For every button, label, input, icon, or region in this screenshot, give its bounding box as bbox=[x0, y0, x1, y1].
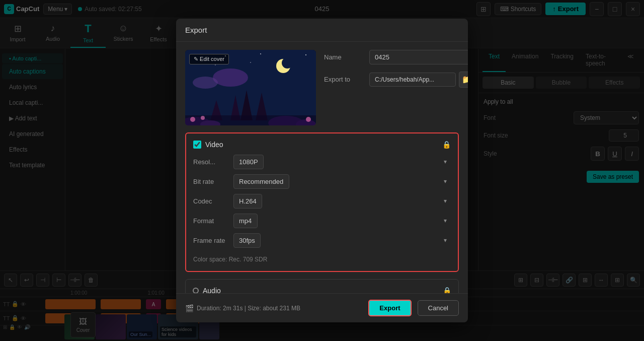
svg-point-11 bbox=[213, 69, 248, 87]
framerate-select-wrap: 30fps 24fps 25fps 60fps bbox=[233, 233, 451, 248]
svg-point-3 bbox=[260, 53, 261, 54]
svg-rect-21 bbox=[185, 115, 316, 125]
bitrate-select-wrap: Recommended Low Medium High bbox=[233, 174, 451, 189]
format-select-wrap: mp4 mov avi bbox=[233, 214, 451, 228]
modal-overlay: Export bbox=[0, 0, 644, 341]
video-section-header: Video 🔒 bbox=[193, 141, 451, 149]
modal-title: Export bbox=[176, 19, 468, 42]
footer-duration-text: Duration: 2m 31s | Size: about 231 MB bbox=[197, 305, 300, 312]
name-label: Name bbox=[324, 53, 369, 61]
framerate-select[interactable]: 30fps 24fps 25fps 60fps bbox=[233, 233, 261, 248]
format-row: Format mp4 mov avi bbox=[193, 214, 451, 228]
svg-point-5 bbox=[305, 54, 306, 55]
export-modal: Export bbox=[176, 19, 468, 322]
svg-point-24 bbox=[306, 117, 311, 122]
export-to-row: Export to 📁 bbox=[324, 72, 468, 88]
svg-point-10 bbox=[282, 57, 293, 69]
bitrate-label: Bit rate bbox=[193, 178, 233, 185]
modal-export-button[interactable]: Export bbox=[368, 300, 411, 316]
codec-select[interactable]: H.264 H.265 VP9 bbox=[233, 194, 262, 209]
resolution-row: Resol... 1080P 720P 2K 4K bbox=[193, 155, 451, 169]
bitrate-row: Bit rate Recommended Low Medium High bbox=[193, 174, 451, 189]
svg-point-22 bbox=[190, 117, 195, 122]
svg-point-6 bbox=[215, 64, 216, 65]
codec-row: Codec H.264 H.265 VP9 bbox=[193, 194, 451, 209]
footer-info: 🎬 Duration: 2m 31s | Size: about 231 MB bbox=[185, 304, 362, 312]
preview-thumbnail: ✎ Edit cover bbox=[185, 50, 316, 125]
modal-top-area: ✎ Edit cover Name Export to 📁 bbox=[185, 50, 459, 125]
modal-cancel-button[interactable]: Cancel bbox=[418, 300, 459, 316]
svg-point-8 bbox=[250, 62, 251, 62]
resolution-select[interactable]: 1080P 720P 2K 4K bbox=[233, 155, 264, 169]
audio-dot bbox=[193, 288, 199, 293]
resolution-select-wrap: 1080P 720P 2K 4K bbox=[233, 155, 451, 169]
framerate-row: Frame rate 30fps 24fps 25fps 60fps bbox=[193, 233, 451, 248]
export-path-row: 📁 bbox=[369, 72, 468, 88]
modal-footer: 🎬 Duration: 2m 31s | Size: about 231 MB … bbox=[176, 293, 468, 322]
modal-form-area: Name Export to 📁 bbox=[324, 50, 468, 125]
codec-label: Codec bbox=[193, 197, 233, 205]
audio-section: Audio 🔒 Format MP3 AAC WAV bbox=[185, 279, 459, 293]
format-label: Format bbox=[193, 217, 233, 225]
audio-section-header: Audio 🔒 bbox=[193, 287, 451, 293]
name-row: Name bbox=[324, 50, 468, 64]
video-section-title: Video bbox=[205, 141, 438, 149]
export-to-label: Export to bbox=[324, 76, 369, 83]
export-path-input[interactable] bbox=[369, 73, 456, 87]
edit-cover-button[interactable]: ✎ Edit cover bbox=[189, 54, 229, 64]
bitrate-select[interactable]: Recommended Low Medium High bbox=[233, 174, 289, 189]
color-space-note: Color space: Rec. 709 SDR bbox=[193, 253, 451, 264]
film-icon: 🎬 bbox=[185, 304, 194, 312]
svg-point-23 bbox=[201, 116, 205, 120]
folder-icon: 📁 bbox=[462, 75, 468, 84]
video-checkbox[interactable] bbox=[193, 141, 201, 149]
audio-section-title: Audio bbox=[203, 287, 439, 293]
audio-lock-icon[interactable]: 🔒 bbox=[443, 287, 451, 293]
name-input[interactable] bbox=[369, 50, 468, 64]
folder-browse-button[interactable]: 📁 bbox=[459, 72, 468, 88]
format-select[interactable]: mp4 mov avi bbox=[233, 214, 258, 228]
svg-point-12 bbox=[193, 77, 218, 89]
video-lock-icon[interactable]: 🔒 bbox=[442, 141, 451, 149]
modal-body: ✎ Edit cover Name Export to 📁 bbox=[176, 42, 468, 293]
codec-select-wrap: H.264 H.265 VP9 bbox=[233, 194, 451, 209]
video-section: Video 🔒 Resol... 1080P 720P 2K 4K bbox=[185, 132, 459, 272]
framerate-label: Frame rate bbox=[193, 237, 233, 244]
resolution-label: Resol... bbox=[193, 158, 233, 166]
